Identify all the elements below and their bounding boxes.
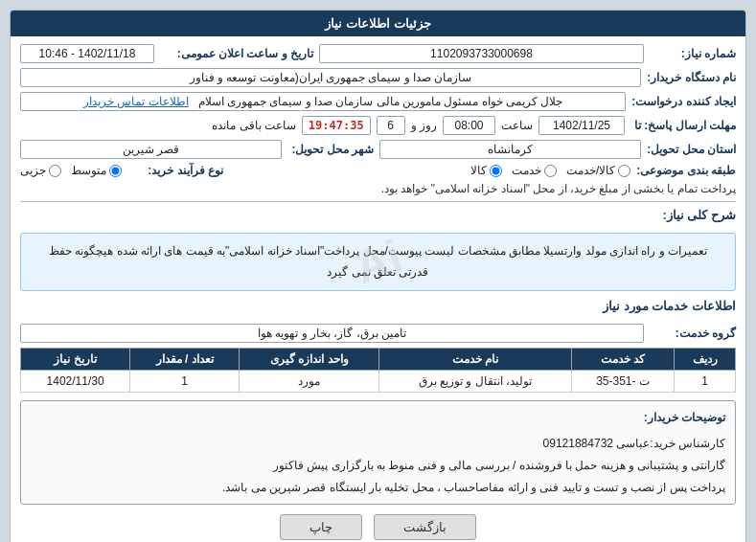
farayand-label: نوع فرآیند خرید: [127, 164, 223, 177]
row-mohlat: مهلت ارسال پاسخ: تا 1402/11/25 ساعت 08:0… [20, 116, 736, 135]
shomara-niaz-label: شماره نیاز: [650, 47, 736, 60]
row-services-header: اطلاعات خدمات مورد نیاز [20, 299, 736, 319]
table-cell-1: ت -351-35 [571, 371, 675, 393]
main-container: جزئیات اطلاعات نیاز شماره نیاز: 11020937… [0, 0, 756, 542]
saaat-label: ساعت [501, 119, 533, 132]
watermark: Ai [342, 215, 414, 309]
table-cell-5: 1402/11/30 [21, 371, 130, 393]
mohlat-roz: 6 [377, 116, 405, 135]
row-name-dastgah: نام دستگاه خریدار: سازمان صدا و سیمای جم… [20, 68, 736, 87]
radio-motavasit[interactable]: متوسط [71, 164, 122, 177]
col-tarikh: تاریخ نیاز [21, 349, 130, 371]
shomara-niaz-value: 1102093733000698 [319, 44, 644, 63]
table-header-row: ردیف کد خدمت نام خدمت واحد اندازه گیری ت… [21, 349, 736, 371]
radio-motavasit-label: متوسط [71, 164, 106, 177]
radio-kala-input[interactable] [490, 165, 502, 177]
notes-value-2: گارانتی و پشتیبانی و هزینه حمل با فروشند… [273, 459, 725, 472]
ijad-konande-text: جلال کریمی خواه مسئول مامورین مالی سازما… [198, 95, 563, 108]
notes-label: توضیحات خریدار: [31, 407, 725, 429]
divider1 [20, 201, 736, 202]
shahr-label: شهر محل تحویل: [287, 143, 374, 156]
sharh-koli-box: تعمیرات و راه اندازی مولد وارتسیلا مطابق… [20, 233, 736, 291]
table-cell-4: 1 [130, 371, 240, 393]
radio-khedmat-label: خدمت [512, 164, 541, 177]
table-row: 1ت -351-35تولید، انتقال و توزیع برقمورد1… [21, 371, 736, 393]
radio-kala-khedmat-input[interactable] [618, 165, 630, 177]
mohlat-date: 1402/11/25 [538, 116, 625, 135]
sharh-koli-value: تعمیرات و راه اندازی مولد وارتسیلا مطابق… [49, 244, 707, 279]
table-cell-3: مورد [240, 371, 379, 393]
ijad-konande-value: جلال کریمی خواه مسئول مامورین مالی سازما… [20, 92, 626, 111]
notes-line2: گارانتی و پشتیبانی و هزینه حمل با فروشند… [31, 455, 725, 477]
card-body: شماره نیاز: 1102093733000698 تاریخ و ساع… [11, 36, 745, 542]
mohlat-timer: 19:47:35 [302, 116, 371, 135]
tarikh-value: 1402/11/18 - 10:46 [20, 44, 154, 63]
baqi-mande-label: ساعت باقی مانده [212, 119, 296, 132]
tabaghebandi-label: طبقه بندی موضوعی: [636, 164, 736, 177]
row-tabaqe: طبقه بندی موضوعی: کالا/خدمت خدمت کالا [20, 164, 736, 177]
name-dastgah-label: نام دستگاه خریدار: [647, 71, 736, 84]
notes-value-1: کارشناس خرید:عباسی 09121884732 [543, 437, 725, 450]
notes-line3: پرداخت پس از نصب و تست و تایید فنی و ارا… [31, 477, 725, 499]
radio-khedmat[interactable]: خدمت [512, 164, 557, 177]
tamas-kharida-link[interactable]: اطلاعات تماس خریدار [83, 95, 189, 108]
table-cell-0: 1 [675, 371, 736, 393]
name-dastgah-value: سازمان صدا و سیمای جمهوری ایران(معاونت ت… [20, 68, 641, 87]
services-label: اطلاعات خدمات مورد نیاز [603, 299, 736, 313]
payment-note: پرداخت تمام یا بخشی از مبلغ خرید، از محل… [20, 182, 736, 195]
row-grohe-khedmat: گروه خدمت: تامین برق، گاز، بخار و تهویه … [20, 324, 736, 343]
row-shomara-tarikh: شماره نیاز: 1102093733000698 تاریخ و ساع… [20, 44, 736, 63]
radio-kala-khedmat-label: کالا/خدمت [566, 164, 615, 177]
radio-jozii-input[interactable] [49, 165, 61, 177]
shahr-value: قصر شیرین [20, 140, 282, 159]
notes-line1: کارشناس خرید:عباسی 09121884732 [31, 433, 725, 455]
row-ostan-shahr: استان محل تحویل: کرمانشاه شهر محل تحویل:… [20, 140, 736, 159]
btn-group: بازگشت چاپ [20, 514, 736, 540]
row-sharh-koli: شرح کلی نیاز: [20, 208, 736, 228]
sharh-koli-label: شرح کلی نیاز: [662, 208, 736, 222]
table-cell-2: تولید، انتقال و توزیع برق [379, 371, 571, 393]
mohlat-saaat: 08:00 [443, 116, 495, 135]
notes-value-3: پرداخت پس از نصب و تست و تایید فنی و ارا… [222, 481, 725, 494]
ostan-label: استان محل تحویل: [647, 143, 736, 156]
radio-jozii-label: جزیی [20, 164, 46, 177]
print-button[interactable]: چاپ [280, 514, 362, 540]
row-ijad-konande: ایجاد کننده درخواست: جلال کریمی خواه مسئ… [20, 92, 736, 111]
roz-label: روز و [411, 119, 437, 132]
grohe-khedmat-label: گروه خدمت: [650, 327, 736, 340]
tarikh-label: تاریخ و ساعت اعلان عمومی: [160, 47, 313, 60]
ijad-konande-label: ایجاد کننده درخواست: [631, 95, 736, 108]
mohlat-label: مهلت ارسال پاسخ: تا [630, 119, 736, 132]
radio-jozii[interactable]: جزیی [20, 164, 61, 177]
col-kod: کد خدمت [571, 349, 675, 371]
radio-khedmat-input[interactable] [544, 165, 557, 177]
farayand-radio-group: متوسط جزیی [20, 164, 122, 177]
notes-section: توضیحات خریدار: کارشناس خرید:عباسی 09121… [20, 400, 736, 505]
tabaqe-radio-group: کالا/خدمت خدمت کالا [470, 164, 630, 177]
card-header: جزئیات اطلاعات نیاز [11, 11, 745, 36]
radio-motavasit-input[interactable] [109, 165, 122, 177]
col-radif: ردیف [675, 349, 736, 371]
radio-kala-label: کالا [470, 164, 487, 177]
details-card: جزئیات اطلاعات نیاز شماره نیاز: 11020937… [10, 10, 746, 542]
services-table: ردیف کد خدمت نام خدمت واحد اندازه گیری ت… [20, 348, 736, 393]
grohe-khedmat-value: تامین برق، گاز، بخار و تهویه هوا [20, 324, 644, 343]
col-tedad: تعداد / مقدار [130, 349, 240, 371]
radio-kala[interactable]: کالا [470, 164, 502, 177]
page-title: جزئیات اطلاعات نیاز [325, 16, 430, 31]
back-button[interactable]: بازگشت [374, 514, 476, 540]
radio-kala-khedmat[interactable]: کالا/خدمت [566, 164, 630, 177]
col-naam: نام خدمت [379, 349, 571, 371]
col-vahed: واحد اندازه گیری [240, 349, 379, 371]
ostan-value: کرمانشاه [379, 140, 641, 159]
